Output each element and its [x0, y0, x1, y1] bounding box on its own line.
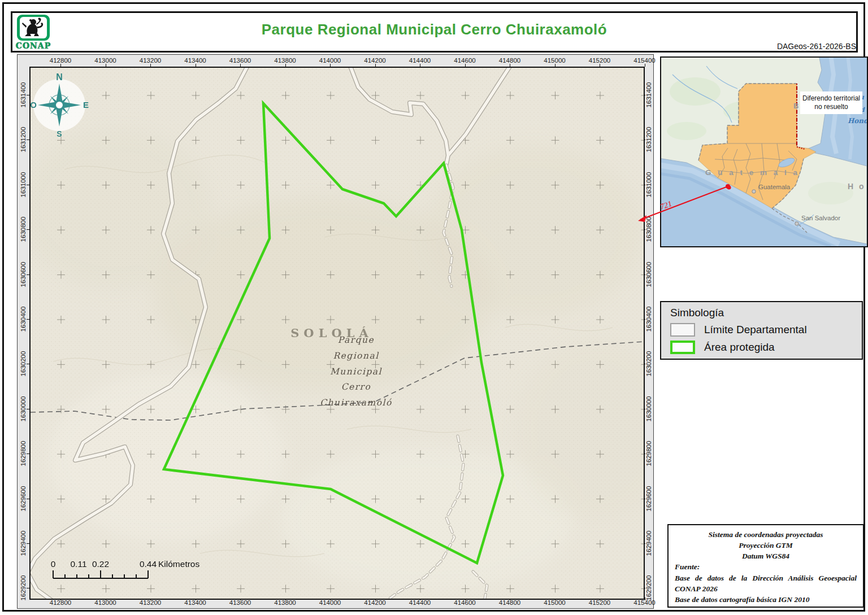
- grid-label-y-left: 1630000: [20, 396, 27, 421]
- grid-label-x-top: 412800: [50, 57, 71, 64]
- grid-label-x-top: 413000: [94, 57, 116, 64]
- grid-label-x-top: 413800: [274, 57, 296, 64]
- page-title: Parque Regional Municipal Cerro Chuiraxa…: [12, 21, 856, 38]
- legend-item-label: Área protegida: [704, 341, 775, 354]
- svg-text:S: S: [57, 129, 62, 138]
- park-location-dot: [727, 185, 731, 189]
- grid-label-y-left: 1630800: [20, 217, 27, 242]
- svg-text:Hond: Hond: [848, 117, 867, 125]
- svg-text:Municipal: Municipal: [330, 367, 383, 377]
- svg-text:E: E: [83, 100, 89, 110]
- conap-logo: CONAP: [14, 15, 53, 50]
- grid-label-y-left: 1631000: [20, 172, 27, 197]
- grid-label-x-top: 413200: [140, 57, 161, 64]
- grid-label-y-right: 1630600: [645, 261, 652, 287]
- san-salvador-dot: [795, 222, 798, 225]
- svg-text:Cerro: Cerro: [341, 382, 371, 392]
- svg-text:0: 0: [51, 559, 56, 569]
- source-line-2: Base de datos cartografía básica IGN 201…: [675, 594, 857, 605]
- svg-text:Regional: Regional: [333, 351, 379, 361]
- grid-label-x-top: 413400: [184, 57, 206, 64]
- grid-label-y-left: 1629800: [20, 441, 27, 466]
- grid-label-x-top: 414400: [409, 57, 431, 64]
- conap-logo-text: CONAP: [14, 41, 53, 50]
- grid-label-y-left: 1629200: [20, 575, 27, 601]
- inset-country-label: G u a t e m a l a: [705, 168, 800, 177]
- grid-label-y-left: 1629400: [20, 531, 27, 556]
- legend-item-label: Límite Departamental: [704, 324, 807, 336]
- conap-monkey-icon: [17, 15, 50, 41]
- svg-text:0.22: 0.22: [92, 559, 109, 569]
- grid-label-x-top: 415200: [589, 57, 610, 64]
- grid-label-y-left: 1630400: [20, 307, 27, 332]
- grid-label-y-right: 1630400: [645, 307, 652, 332]
- grid-label-y-right: 1630000: [645, 396, 652, 421]
- svg-text:Chuiraxamoló: Chuiraxamoló: [320, 398, 392, 408]
- coordinate-system-info: Sistema de coordenadas proyectadas Proye…: [667, 524, 864, 608]
- source-line-1: Base de datos de la Dirección Análisis G…: [675, 573, 857, 594]
- header: Parque Regional Municipal Cerro Chuiraxa…: [11, 11, 858, 53]
- svg-text:0.11: 0.11: [70, 559, 86, 569]
- inset-city-label: Guatemala: [758, 184, 791, 190]
- legend-item-area: Área protegida: [670, 341, 862, 354]
- grid-label-y-left: 1630600: [20, 261, 27, 287]
- departmental-limit-swatch: [670, 323, 695, 337]
- legend-item-limite: Límite Departamental: [670, 323, 862, 337]
- inset-belize-label: B: [793, 102, 798, 110]
- svg-text:O: O: [31, 100, 37, 110]
- inset-honduras-label: H o: [848, 182, 866, 191]
- grid-label-x-top: 413600: [229, 57, 251, 64]
- source-label: Fuente:: [675, 561, 857, 572]
- svg-text:0.44: 0.44: [140, 559, 157, 569]
- grid-label-y-left: 1631400: [20, 82, 27, 108]
- inset-overview-map: G u a t e m a l a Guatemala San Salvador…: [660, 56, 868, 247]
- grid-label-y-right: 1630800: [645, 217, 652, 242]
- grid-label-y-left: 1629600: [20, 486, 27, 511]
- guatemala-city-dot: [752, 190, 756, 193]
- inset-san-salvador-label: San Salvador: [801, 215, 840, 221]
- grid-label-x-top: 415400: [633, 57, 655, 64]
- grid-label-y-right: 1631400: [645, 82, 652, 108]
- grid-label-y-right: 1629200: [645, 575, 652, 601]
- map-document-page: Parque Regional Municipal Cerro Chuiraxa…: [0, 0, 868, 615]
- document-id: DAGeos-261-2026-BS: [777, 42, 856, 51]
- grid-label-y-right: 1631000: [645, 172, 652, 197]
- grid-label-y-right: 1629400: [645, 531, 652, 556]
- svg-text:Kilómetros: Kilómetros: [158, 559, 199, 569]
- grid-label-y-left: 1631200: [20, 127, 27, 152]
- grid-label-x-top: 414800: [499, 57, 520, 64]
- main-map: N S E O SOLOLÁ Parque Regional Municipal…: [29, 67, 645, 600]
- grid-label-y-right: 1631200: [645, 127, 652, 152]
- grid-label-y-right: 1630200: [645, 351, 652, 377]
- protected-area-swatch: [670, 341, 695, 354]
- legend: Simbología Límite Departamental Área pro…: [660, 301, 863, 360]
- territorial-dispute-note: Diferendo territorial no resuelto: [800, 91, 862, 114]
- grid-label-y-right: 1629800: [645, 441, 652, 466]
- map-frame: 4128004128004130004130004132004132004134…: [17, 54, 654, 609]
- grid-label-x-top: 414200: [364, 57, 385, 64]
- svg-text:N: N: [56, 72, 63, 82]
- grid-label-y-left: 1630200: [20, 351, 27, 377]
- projection-line: Proyección GTM: [675, 540, 857, 551]
- grid-label-x-top: 414000: [319, 57, 341, 64]
- grid-label-x-top: 414600: [454, 57, 475, 64]
- grid-label-y-right: 1629600: [645, 486, 652, 511]
- grid-label-x-top: 415000: [544, 57, 565, 64]
- svg-text:Parque: Parque: [338, 335, 374, 345]
- legend-title: Simbología: [670, 307, 862, 319]
- crs-line: Sistema de coordenadas proyectadas: [675, 529, 857, 540]
- datum-line: Datum WGS84: [675, 551, 857, 561]
- map-canvas: N S E O SOLOLÁ Parque Regional Municipal…: [31, 68, 644, 599]
